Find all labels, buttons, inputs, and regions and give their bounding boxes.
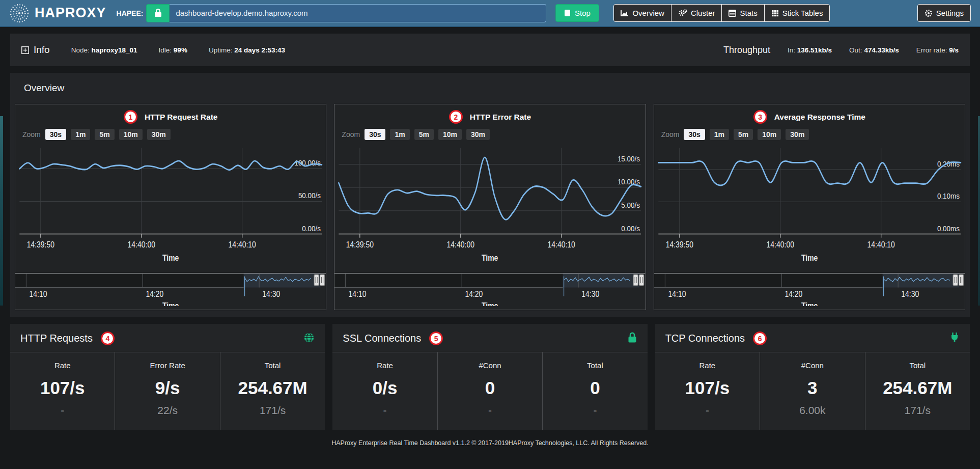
grid-icon (771, 10, 779, 17)
throughput-in: In: 136.51kb/s (788, 46, 832, 54)
svg-text:0.00/s: 0.00/s (302, 224, 321, 233)
stat-value: 254.67M (220, 378, 325, 398)
zoom-label: Zoom (342, 130, 360, 139)
stat-sub-value: - (438, 404, 542, 417)
chart-header: 1 HTTP Request Rate (15, 104, 326, 126)
zoom-30m-button[interactable]: 30m (466, 129, 490, 140)
gear-icon (925, 9, 933, 17)
zoom-30m-button[interactable]: 30m (147, 129, 171, 140)
stat-col-rate: Rate 107/s - (10, 352, 115, 430)
address-input[interactable] (170, 4, 546, 22)
svg-text:14:39:50: 14:39:50 (346, 240, 374, 249)
step-badge-4: 4 (101, 332, 115, 345)
card-header: TCP Connections 6 (655, 324, 970, 352)
svg-text:14:39:50: 14:39:50 (27, 240, 54, 249)
zoom-row: Zoom 30s 1m 5m 10m 30m (654, 126, 965, 141)
svg-text:14:39:50: 14:39:50 (665, 240, 693, 249)
throughput-label: Throughput (723, 45, 770, 56)
settings-button[interactable]: Settings (917, 4, 971, 22)
lock-icon (154, 9, 162, 17)
svg-text:14:10: 14:10 (30, 289, 47, 298)
card-body: Rate 107/s - #Conn 3 6.00k Total 254.67M… (655, 352, 970, 430)
stop-icon (565, 10, 570, 16)
tab-cluster[interactable]: Cluster (671, 4, 722, 22)
uptime-info: Uptime: 24 days 2:53:43 (209, 46, 285, 54)
card-body: Rate 0/s - #Conn 0 - Total 0 - (332, 352, 647, 430)
idle-info: Idle: 99% (159, 46, 187, 54)
step-badge-2: 2 (449, 110, 463, 124)
zoom-5m-button[interactable]: 5m (734, 129, 753, 140)
section-title: Overview (15, 73, 965, 104)
svg-text:0.10ms: 0.10ms (937, 192, 960, 201)
svg-text:14:40:10: 14:40:10 (229, 240, 256, 249)
zoom-10m-button[interactable]: 10m (438, 129, 462, 140)
line-chart[interactable]: 15.00/s10.00/s5.00/s0.00/s14:39:5014:40:… (334, 143, 645, 264)
stat-header: #Conn (760, 361, 864, 370)
chart-icon (621, 10, 629, 17)
card-header: HTTP Requests 4 (10, 324, 325, 352)
zoom-label: Zoom (661, 130, 680, 139)
stop-button[interactable]: Stop (555, 4, 599, 22)
stat-sub-value: - (332, 404, 437, 417)
haproxy-logo-icon (9, 3, 30, 23)
stat-header: Error Rate (115, 361, 219, 370)
zoom-5m-button[interactable]: 5m (95, 129, 114, 140)
stat-sub-value: 22/s (115, 404, 219, 417)
zoom-30s-button[interactable]: 30s (45, 129, 66, 140)
tab-overview[interactable]: Overview (613, 4, 671, 22)
zoom-1m-button[interactable]: 1m (710, 129, 729, 140)
info-toggle[interactable]: Info (21, 44, 50, 56)
zoom-10m-button[interactable]: 10m (758, 129, 781, 140)
plug-icon (949, 332, 960, 345)
svg-text:Time: Time (162, 253, 179, 262)
brand-name: HAPROXY (35, 5, 106, 21)
svg-text:Time: Time (482, 253, 498, 262)
line-chart[interactable]: 100.00/s50.00/s0.00/s14:39:5014:40:0014:… (15, 143, 326, 264)
tab-overview-label: Overview (632, 9, 664, 17)
stat-col-conn: #Conn 0 - (437, 352, 542, 430)
chart-header: 3 Average Response Time (654, 104, 965, 126)
ssl-lock-button[interactable] (146, 4, 170, 22)
zoom-1m-button[interactable]: 1m (71, 129, 90, 140)
chart-navigator[interactable]: 14:1014:2014:30Time (654, 271, 965, 306)
lock-icon (627, 332, 637, 345)
stat-sub-value: 171/s (865, 404, 970, 417)
step-badge-3: 3 (753, 110, 767, 124)
svg-text:14:30: 14:30 (582, 289, 600, 298)
step-badge-6: 6 (753, 332, 767, 345)
stat-cards-row: HTTP Requests 4 Rate 107/s - (10, 324, 970, 430)
tab-cluster-label: Cluster (691, 9, 715, 17)
stat-value: 107/s (10, 378, 115, 398)
stat-sub-value: 6.00k (760, 404, 864, 417)
zoom-30s-button[interactable]: 30s (365, 129, 385, 140)
chart-title: Average Response Time (774, 113, 865, 122)
stat-sub-value: - (10, 404, 115, 417)
svg-text:14:10: 14:10 (349, 289, 367, 298)
zoom-30s-button[interactable]: 30s (684, 129, 705, 140)
zoom-5m-button[interactable]: 5m (414, 129, 434, 140)
top-navbar: HAPROXY HAPEE: Stop Overview (0, 0, 980, 27)
card-title: TCP Connections (665, 333, 745, 344)
tab-stick-tables[interactable]: Stick Tables (764, 4, 830, 22)
chart-navigator[interactable]: 14:1014:2014:30Time (15, 271, 326, 306)
card-header: SSL Connections 5 (332, 324, 647, 352)
card-http-requests: HTTP Requests 4 Rate 107/s - (10, 324, 325, 430)
gears-icon (678, 9, 687, 17)
zoom-row: Zoom 30s 1m 5m 10m 30m (334, 126, 645, 141)
svg-text:14:40:00: 14:40:00 (766, 240, 794, 249)
tab-stats[interactable]: Stats (721, 4, 764, 22)
card-title: SSL Connections (343, 333, 421, 344)
tab-stick-tables-label: Stick Tables (782, 9, 823, 17)
svg-text:Time: Time (162, 301, 179, 306)
zoom-1m-button[interactable]: 1m (390, 129, 409, 140)
stat-col-total: Total 254.67M 171/s (865, 352, 970, 430)
stat-value: 9/s (115, 378, 219, 398)
zoom-10m-button[interactable]: 10m (119, 129, 143, 140)
chart-title: HTTP Error Rate (470, 113, 531, 122)
chart-navigator[interactable]: 14:1014:2014:30Time (334, 271, 645, 306)
stat-col-conn: #Conn 3 6.00k (760, 352, 864, 430)
step-badge-1: 1 (124, 110, 137, 124)
background-texture-left (0, 116, 3, 306)
line-chart[interactable]: 0.20ms0.10ms0.00ms14:39:5014:40:0014:40:… (654, 143, 965, 264)
zoom-30m-button[interactable]: 30m (786, 129, 809, 140)
